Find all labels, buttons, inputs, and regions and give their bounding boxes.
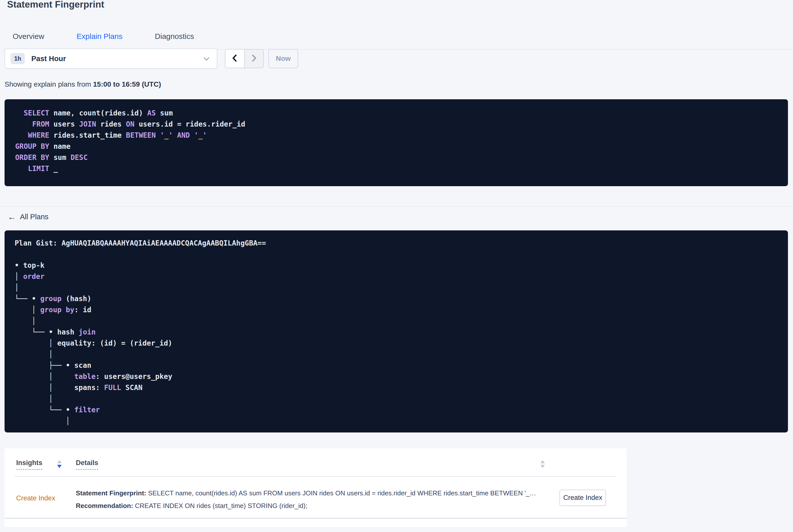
now-button-label: Now xyxy=(276,55,290,63)
tab-explain-plans-label: Explain Plans xyxy=(77,32,122,41)
chevron-right-icon xyxy=(251,54,257,63)
all-plans-label: All Plans xyxy=(20,213,49,221)
arrow-left-icon: ← xyxy=(7,213,16,221)
tab-overview-label: Overview xyxy=(13,32,44,41)
detail-recommendation-label: Recommendation: xyxy=(76,502,133,510)
sort-arrow-up-icon xyxy=(540,460,545,463)
plan-gist-box: Plan Gist: AgHUAQIABQAAAAHYAQIAiAEAAAADC… xyxy=(4,230,788,433)
sql-statement-box: SELECT name, count(rides.id) AS sum FROM… xyxy=(4,99,788,186)
sort-arrow-down-icon xyxy=(540,465,545,468)
sort-icon-insights[interactable] xyxy=(57,460,62,468)
detail-statement-fingerprint-label: Statement Fingerprint: xyxy=(76,489,146,497)
sort-icon-details[interactable] xyxy=(540,460,545,468)
insight-type-link[interactable]: Create Index xyxy=(16,494,55,502)
tab-overview[interactable]: Overview xyxy=(4,23,52,50)
time-step-button-group xyxy=(225,49,264,68)
time-range-label: Past Hour xyxy=(31,55,66,63)
column-header-details-label: Details xyxy=(76,459,98,470)
previous-time-button[interactable] xyxy=(225,50,245,68)
time-range-select[interactable]: 1h Past Hour xyxy=(4,49,217,69)
chevron-left-icon xyxy=(232,54,238,63)
next-time-button[interactable] xyxy=(245,50,263,68)
sort-arrow-down-icon xyxy=(57,465,62,468)
insight-details-cell: Statement Fingerprint: SELECT name, coun… xyxy=(76,489,551,514)
insights-table-card: Insights Details Create Index Statement … xyxy=(4,449,627,527)
table-row-divider xyxy=(4,518,627,519)
now-button[interactable]: Now xyxy=(268,49,298,68)
column-header-insights[interactable]: Insights xyxy=(16,459,42,467)
showing-range-value: 15:00 to 16:59 (UTC) xyxy=(93,80,161,88)
detail-recommendation-text: CREATE INDEX ON rides (start_time) STORI… xyxy=(133,502,307,510)
create-index-button[interactable]: Create Index xyxy=(560,490,606,506)
showing-range-text: Showing explain plans from 15:00 to 16:5… xyxy=(4,80,161,89)
column-header-details[interactable]: Details xyxy=(76,459,98,467)
chevron-down-icon xyxy=(203,57,210,62)
sort-arrow-up-icon xyxy=(57,460,62,463)
section-divider xyxy=(0,206,793,207)
detail-statement-fingerprint-text: SELECT name, count(rides.id) AS sum FROM… xyxy=(146,489,536,497)
detail-recommendation: Recommendation: CREATE INDEX ON rides (s… xyxy=(76,501,551,510)
showing-range-prefix: Showing explain plans from xyxy=(4,80,93,88)
tab-diagnostics-label: Diagnostics xyxy=(155,32,194,41)
tab-diagnostics[interactable]: Diagnostics xyxy=(147,23,202,50)
tab-explain-plans[interactable]: Explain Plans xyxy=(69,23,131,50)
create-index-button-label: Create Index xyxy=(563,494,602,502)
tab-bar: Overview Explain Plans Diagnostics xyxy=(4,23,218,50)
all-plans-back-link[interactable]: ← All Plans xyxy=(7,213,49,221)
statement-fingerprint-page: Statement Fingerprint Overview Explain P… xyxy=(0,0,793,532)
column-header-insights-label: Insights xyxy=(16,459,42,470)
table-header-divider xyxy=(15,476,616,477)
time-range-badge: 1h xyxy=(11,53,25,64)
detail-statement-fingerprint: Statement Fingerprint: SELECT name, coun… xyxy=(76,489,551,497)
page-title: Statement Fingerprint xyxy=(7,0,104,11)
